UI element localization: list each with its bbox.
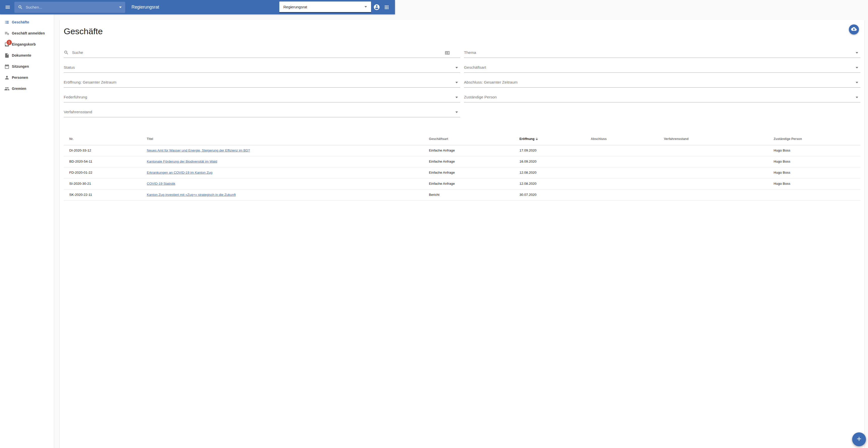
geschaeft-link[interactable]: Kanton Zug investiert mit «Zug+» strateg…: [147, 193, 236, 197]
sidebar-item-personen[interactable]: Personen: [0, 72, 54, 83]
apps-grid-icon: [384, 4, 390, 10]
sidebar: Geschäfte Geschäft anmelden 1 Eingangsko…: [0, 14, 54, 204]
app-title: Regierungsrat: [131, 4, 159, 10]
sidebar-item-label: Geschäfte: [12, 20, 29, 24]
mandant-select[interactable]: Regierungsrat: [279, 1, 371, 13]
table-row: DI-2020-33-12 Neues Amt für Wasser und E…: [64, 145, 395, 156]
apps-menu-button[interactable]: [382, 2, 392, 12]
sidebar-item-geschaeft-anmelden[interactable]: Geschäft anmelden: [0, 28, 54, 39]
sidebar-item-label: Geschäft anmelden: [12, 31, 45, 35]
account-circle-icon: [373, 4, 380, 10]
cell-nr: SI-2020-30-21: [64, 178, 147, 189]
people-icon: [4, 86, 9, 91]
calendar-icon: [4, 64, 9, 69]
sidebar-item-dokumente[interactable]: Dokumente: [0, 50, 54, 61]
page-title: Geschäfte: [64, 20, 395, 36]
sidebar-item-geschaefte[interactable]: Geschäfte: [0, 16, 54, 28]
filter-panel: Suche Thema Status Geschäftsart Eröffnun…: [64, 43, 395, 117]
inbox-icon: 1: [4, 42, 9, 47]
sidebar-item-label: Gremien: [12, 87, 26, 91]
filter-status-select[interactable]: Status: [64, 58, 395, 73]
geschaeft-link[interactable]: Neues Amt für Wasser und Energie, Steige…: [147, 148, 250, 152]
sidebar-item-eingangskorb[interactable]: 1 Eingangskorb: [0, 39, 54, 50]
search-placeholder: Suchen...: [26, 5, 119, 9]
column-header-nr[interactable]: Nr.: [64, 133, 147, 145]
sidebar-item-sitzungen[interactable]: Sitzungen: [0, 61, 54, 72]
table-header-row: Nr. Titel Geschäftsart Eröffnung Abschlu…: [64, 133, 395, 145]
cell-nr: FD-2020-01-22: [64, 167, 147, 178]
table-row: BD-2020-54-11 Kantonale Förderung der Bi…: [64, 156, 395, 167]
person-icon: [4, 75, 9, 80]
search-scope-caret-icon: [119, 6, 122, 8]
filter-search-placeholder: Suche: [72, 50, 83, 55]
geschaeft-link[interactable]: Kantonale Förderung der Biodiversität im…: [147, 160, 217, 163]
geschaeft-link[interactable]: COVID-19 Statistik: [147, 182, 175, 185]
cell-titel: Kantonale Förderung der Biodiversität im…: [147, 156, 395, 167]
filter-search-input[interactable]: Suche: [64, 43, 395, 58]
sidebar-item-label: Eingangskorb: [12, 42, 36, 46]
sidebar-item-label: Personen: [12, 75, 28, 79]
filter-eroeffnung-select[interactable]: Eröffnung: Gesamter Zeitraum: [64, 73, 395, 88]
document-icon: [4, 53, 9, 58]
global-search-input[interactable]: Suchen...: [14, 2, 125, 13]
top-app-bar: Suchen... Regierungsrat Regierungsrat: [0, 0, 395, 14]
cell-titel: Erkrankungen an COVID-19 im Kanton Zug: [147, 167, 395, 178]
cell-nr: SK-2020-22-11: [64, 189, 147, 200]
main-content: Geschäfte Suche Thema Stat: [54, 14, 395, 204]
geschaefte-card: Geschäfte Suche Thema Stat: [60, 20, 395, 204]
table-row: SI-2020-30-21 COVID-19 Statistik Einfach…: [64, 178, 395, 189]
playlist-add-icon: [4, 31, 9, 36]
cell-titel: Kanton Zug investiert mit «Zug+» strateg…: [147, 189, 395, 200]
filter-federfuehrung-select[interactable]: Federführung: [64, 88, 395, 102]
sidebar-item-label: Dokumente: [12, 54, 31, 57]
chevron-down-icon: [365, 6, 367, 7]
sidebar-item-gremien[interactable]: Gremien: [0, 83, 54, 94]
cell-nr: BD-2020-54-11: [64, 156, 147, 167]
cell-nr: DI-2020-33-12: [64, 145, 147, 156]
mandant-select-value: Regierungsrat: [283, 5, 365, 9]
table-row: FD-2020-01-22 Erkrankungen an COVID-19 i…: [64, 167, 395, 178]
hamburger-icon: [5, 4, 10, 10]
filter-verfahrensstand-select[interactable]: Verfahrensstand: [64, 102, 395, 117]
cell-titel: COVID-19 Statistik: [147, 178, 395, 189]
menu-button[interactable]: [1, 2, 13, 12]
column-header-titel[interactable]: Titel: [147, 133, 395, 145]
geschaefte-table: Nr. Titel Geschäftsart Eröffnung Abschlu…: [64, 133, 395, 201]
cell-titel: Neues Amt für Wasser und Energie, Steige…: [147, 145, 395, 156]
account-button[interactable]: [372, 2, 382, 12]
sidebar-item-label: Sitzungen: [12, 64, 29, 68]
unread-count-badge: 1: [6, 40, 12, 45]
search-icon: [18, 5, 23, 10]
table-row: SK-2020-22-11 Kanton Zug investiert mit …: [64, 189, 395, 200]
geschaeft-link[interactable]: Erkrankungen an COVID-19 im Kanton Zug: [147, 171, 212, 174]
search-icon: [64, 50, 69, 55]
list-icon: [4, 20, 9, 25]
